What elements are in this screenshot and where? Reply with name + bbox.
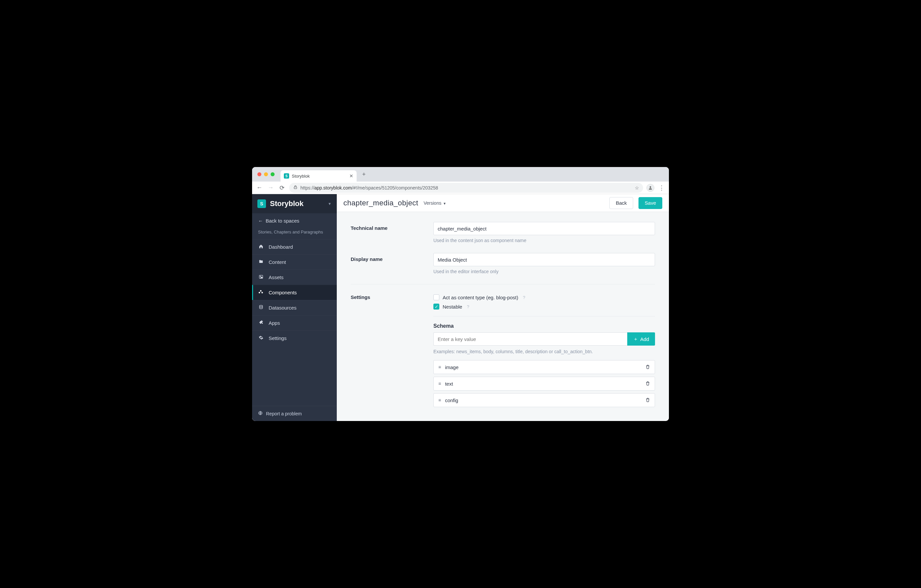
image-icon [258, 275, 264, 280]
kebab-menu-icon[interactable]: ⋮ [658, 184, 666, 192]
close-tab-icon[interactable]: ✕ [349, 173, 353, 179]
schema-add-row: ＋Add [433, 332, 655, 346]
checkbox-nestable[interactable]: ✓ [433, 304, 439, 310]
close-window-icon[interactable] [257, 172, 261, 176]
browser-toolbar: ← → ⟳ https://app.storyblok.com/#!/me/sp… [252, 182, 669, 194]
svg-point-1 [650, 186, 651, 188]
divider [433, 316, 655, 317]
sidebar-item-assets[interactable]: Assets [252, 270, 337, 285]
reload-icon[interactable]: ⟳ [278, 184, 286, 192]
trash-icon[interactable] [646, 398, 650, 403]
checkbox-content-type[interactable] [433, 294, 439, 300]
minimize-window-icon[interactable] [264, 172, 268, 176]
sidebar: S Storyblok ▼ ←Back to spaces Stories, C… [252, 194, 337, 421]
arrow-left-icon: ← [258, 218, 263, 224]
browser-window: S Storyblok ✕ + ← → ⟳ https://app.storyb… [252, 167, 669, 421]
sidebar-item-dashboard[interactable]: Dashboard [252, 239, 337, 254]
main: chapter_media_object Versions ▼ Back Sav… [337, 194, 669, 421]
display-name-label: Display name [351, 253, 423, 262]
trash-icon[interactable] [646, 364, 650, 370]
display-name-help: Used in the editor interface only [433, 269, 655, 274]
topbar: chapter_media_object Versions ▼ Back Sav… [337, 194, 669, 212]
drag-handle-icon[interactable]: ≡ [438, 398, 441, 403]
schema-key-input[interactable] [433, 332, 627, 346]
lock-icon [293, 185, 298, 190]
field-technical-name: Technical name Used in the content json … [351, 222, 655, 243]
globe-icon [258, 411, 263, 416]
schema-list: ≡image≡text≡config [433, 360, 655, 407]
display-name-input[interactable] [433, 253, 655, 266]
save-button[interactable]: Save [638, 197, 662, 209]
app-body: S Storyblok ▼ ←Back to spaces Stories, C… [252, 194, 669, 421]
chevron-down-icon[interactable]: ▼ [328, 202, 332, 206]
sidebar-nav: Dashboard Content Assets [252, 239, 337, 346]
technical-name-label: Technical name [351, 222, 423, 231]
plus-icon: ＋ [633, 336, 638, 342]
schema-add-button[interactable]: ＋Add [627, 332, 655, 346]
checkbox-nestable-row[interactable]: ✓ Nestable ? [433, 304, 655, 310]
field-settings: Settings Act as content type (eg. blog-p… [351, 294, 655, 410]
schema-heading: Schema [433, 323, 655, 329]
checkbox-content-type-row[interactable]: Act as content type (eg. blog-post) ? [433, 294, 655, 300]
schema-item-name: text [445, 381, 641, 387]
back-button[interactable]: Back [609, 197, 633, 209]
technical-name-help: Used in the content json as component na… [433, 238, 655, 243]
svg-point-3 [260, 276, 261, 277]
help-icon[interactable]: ? [467, 304, 469, 309]
page-title: chapter_media_object [343, 199, 418, 207]
versions-dropdown[interactable]: Versions ▼ [423, 200, 446, 206]
nav-back-icon[interactable]: ← [255, 184, 263, 191]
schema-item[interactable]: ≡config [433, 393, 655, 407]
folder-icon [258, 259, 264, 265]
schema-item-name: image [445, 364, 641, 370]
gear-icon [258, 335, 264, 341]
drag-handle-icon[interactable]: ≡ [438, 381, 441, 386]
brand-name: Storyblok [270, 200, 303, 208]
new-tab-button[interactable]: + [359, 170, 369, 179]
svg-rect-0 [294, 187, 297, 188]
sidebar-item-apps[interactable]: Apps [252, 315, 337, 330]
field-display-name: Display name Used in the editor interfac… [351, 253, 655, 274]
space-name-label: Stories, Chapters and Paragraphs [252, 228, 337, 239]
help-icon[interactable]: ? [523, 295, 525, 300]
url-bar[interactable]: https://app.storyblok.com/#!/me/spaces/5… [289, 183, 643, 193]
profile-avatar[interactable] [646, 184, 654, 192]
brand-header[interactable]: S Storyblok ▼ [252, 194, 337, 213]
sidebar-item-datasources[interactable]: Datasources [252, 300, 337, 315]
sidebar-item-settings[interactable]: Settings [252, 330, 337, 346]
traffic-lights [255, 172, 278, 176]
storyblok-favicon-icon: S [284, 173, 289, 179]
drag-handle-icon[interactable]: ≡ [438, 364, 441, 370]
browser-tabstrip: S Storyblok ✕ + [252, 167, 669, 182]
technical-name-input[interactable] [433, 222, 655, 235]
svg-point-4 [259, 305, 262, 307]
bookmark-star-icon[interactable]: ☆ [635, 185, 639, 190]
schema-item[interactable]: ≡text [433, 377, 655, 391]
tab-title: Storyblok [292, 174, 347, 179]
puzzle-icon [258, 320, 264, 326]
report-problem-link[interactable]: Report a problem [252, 406, 337, 421]
sidebar-item-components[interactable]: Components [252, 285, 337, 300]
schema-item-name: config [445, 398, 641, 403]
browser-tab[interactable]: S Storyblok ✕ [280, 170, 356, 182]
database-icon [258, 305, 264, 310]
content-scroll[interactable]: Technical name Used in the content json … [337, 212, 669, 421]
caret-down-icon: ▼ [442, 202, 446, 205]
maximize-window-icon[interactable] [271, 172, 275, 176]
home-icon [258, 244, 264, 250]
schema-examples: Examples: news_items, body, columns, tit… [433, 349, 655, 354]
storyblok-logo-icon: S [257, 200, 266, 208]
url-text: https://app.storyblok.com/#!/me/spaces/5… [300, 185, 438, 190]
sidebar-item-content[interactable]: Content [252, 254, 337, 270]
nav-forward-icon: → [267, 184, 275, 191]
divider [351, 284, 655, 284]
schema-item[interactable]: ≡image [433, 360, 655, 374]
settings-label: Settings [351, 294, 423, 300]
back-to-spaces-link[interactable]: ←Back to spaces [252, 213, 337, 228]
cubes-icon [258, 290, 264, 295]
trash-icon[interactable] [646, 381, 650, 387]
